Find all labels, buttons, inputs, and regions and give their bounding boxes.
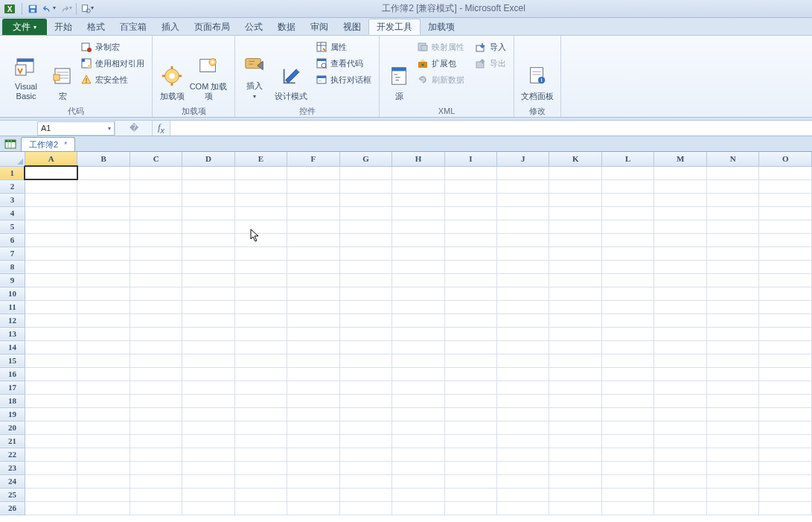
cell-A2[interactable] (25, 179, 77, 193)
cell-I18[interactable] (444, 394, 496, 407)
cell-H17[interactable] (392, 381, 444, 394)
cell-K4[interactable] (549, 206, 601, 220)
cell-K2[interactable] (549, 179, 601, 193)
tab-视图[interactable]: 视图 (336, 19, 368, 35)
cell-J12[interactable] (497, 313, 549, 327)
cell-F25[interactable] (287, 488, 339, 501)
cell-A23[interactable] (25, 461, 77, 474)
refresh-data-button[interactable]: 刷新数据 (414, 71, 467, 88)
cell-N10[interactable] (706, 287, 758, 300)
cell-I12[interactable] (444, 313, 496, 327)
cell-O23[interactable] (759, 461, 812, 474)
import-button[interactable]: 导入 (472, 39, 509, 55)
cell-J3[interactable] (497, 193, 549, 206)
cell-E11[interactable] (234, 300, 287, 313)
cell-F24[interactable] (287, 474, 339, 488)
cell-O26[interactable] (759, 501, 812, 515)
cell-H10[interactable] (392, 287, 444, 300)
visual-basic-button[interactable]: Visual Basic (4, 39, 48, 103)
row-header-7[interactable]: 7 (0, 246, 25, 260)
cell-F15[interactable] (287, 354, 339, 367)
cell-M14[interactable] (654, 340, 707, 354)
cell-F13[interactable] (287, 327, 339, 340)
cell-F8[interactable] (287, 260, 339, 273)
cell-C10[interactable] (130, 287, 182, 300)
cell-G16[interactable] (339, 367, 391, 381)
tab-开始[interactable]: 开始 (47, 19, 80, 35)
cell-A21[interactable] (25, 434, 77, 448)
col-header-F[interactable]: F (287, 152, 339, 166)
cell-D10[interactable] (182, 287, 234, 300)
doc-panel-button[interactable]: i 文档面板 (519, 39, 556, 103)
cell-G9[interactable] (339, 273, 391, 287)
cell-A4[interactable] (25, 206, 77, 220)
cell-G7[interactable] (339, 246, 391, 260)
cell-N20[interactable] (706, 421, 758, 434)
cell-A1[interactable] (25, 166, 77, 179)
cell-D21[interactable] (182, 434, 234, 448)
cell-L1[interactable] (601, 166, 653, 179)
cell-I26[interactable] (444, 501, 496, 515)
cell-J4[interactable] (497, 206, 549, 220)
cell-K8[interactable] (549, 260, 601, 273)
cell-A20[interactable] (25, 421, 77, 434)
cell-K17[interactable] (549, 381, 601, 394)
cell-A18[interactable] (25, 394, 77, 407)
cell-L8[interactable] (601, 260, 653, 273)
cell-L6[interactable] (601, 233, 653, 246)
cell-C11[interactable] (130, 300, 182, 313)
row-header-18[interactable]: 18 (0, 394, 25, 407)
cell-M5[interactable] (654, 220, 707, 233)
cell-B6[interactable] (77, 233, 130, 246)
grid[interactable]: ABCDEFGHIJKLMNO1234567891011121314151617… (0, 152, 812, 515)
cell-F3[interactable] (287, 193, 339, 206)
cell-L13[interactable] (601, 327, 653, 340)
cell-L3[interactable] (601, 193, 653, 206)
cell-M26[interactable] (654, 501, 707, 515)
cell-E26[interactable] (234, 501, 287, 515)
cell-O6[interactable] (759, 233, 812, 246)
cell-M8[interactable] (654, 260, 707, 273)
cell-O15[interactable] (759, 354, 812, 367)
cell-O11[interactable] (759, 300, 812, 313)
cell-G12[interactable] (339, 313, 391, 327)
cell-E4[interactable] (234, 206, 287, 220)
cell-N8[interactable] (706, 260, 758, 273)
col-header-B[interactable]: B (77, 152, 130, 166)
col-header-H[interactable]: H (392, 152, 444, 166)
cell-G8[interactable] (339, 260, 391, 273)
cell-J13[interactable] (497, 327, 549, 340)
cell-J2[interactable] (497, 179, 549, 193)
cell-N7[interactable] (706, 246, 758, 260)
design-mode-button[interactable]: 设计模式 (269, 39, 313, 103)
cell-D15[interactable] (182, 354, 234, 367)
col-header-C[interactable]: C (130, 152, 182, 166)
cell-B16[interactable] (77, 367, 130, 381)
cell-A7[interactable] (25, 246, 77, 260)
cell-A9[interactable] (25, 273, 77, 287)
cell-L7[interactable] (601, 246, 653, 260)
cell-C6[interactable] (130, 233, 182, 246)
cell-E21[interactable] (234, 434, 287, 448)
cell-D12[interactable] (182, 313, 234, 327)
cell-D3[interactable] (182, 193, 234, 206)
cell-K25[interactable] (549, 488, 601, 501)
cell-I1[interactable] (444, 166, 496, 179)
cell-I9[interactable] (444, 273, 496, 287)
cell-F14[interactable] (287, 340, 339, 354)
cell-F5[interactable] (287, 220, 339, 233)
cell-E12[interactable] (234, 313, 287, 327)
relative-refs-button[interactable]: 使用相对引用 (77, 55, 147, 71)
cell-K19[interactable] (549, 407, 601, 421)
row-header-23[interactable]: 23 (0, 461, 25, 474)
cell-B4[interactable] (77, 206, 130, 220)
cell-J9[interactable] (497, 273, 549, 287)
col-header-M[interactable]: M (654, 152, 707, 166)
cell-C8[interactable] (130, 260, 182, 273)
cell-H25[interactable] (392, 488, 444, 501)
cell-H19[interactable] (392, 407, 444, 421)
cell-K23[interactable] (549, 461, 601, 474)
cell-F23[interactable] (287, 461, 339, 474)
cell-O17[interactable] (759, 381, 812, 394)
cell-I10[interactable] (444, 287, 496, 300)
